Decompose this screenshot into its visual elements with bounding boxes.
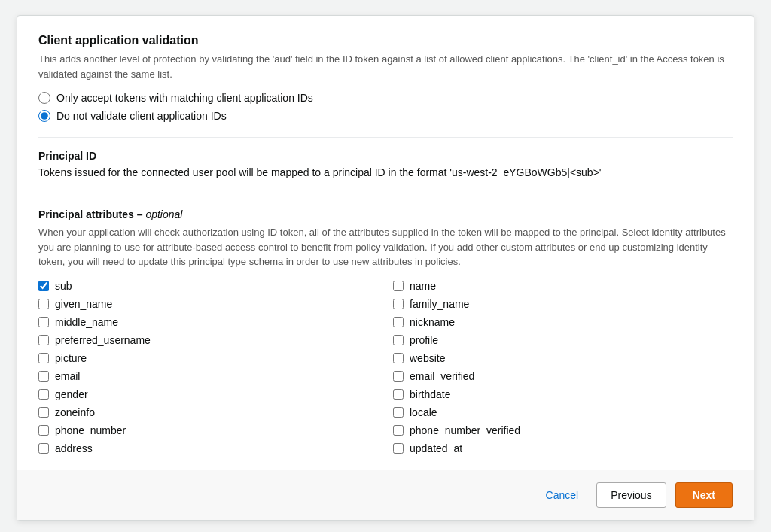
- checkbox-updated-at-input[interactable]: [393, 443, 404, 454]
- checkbox-birthdate-label: birthdate: [410, 388, 450, 400]
- checkbox-family-name-input[interactable]: [393, 299, 404, 309]
- radio-only-accept-label: Only accept tokens with matching client …: [56, 92, 313, 104]
- checkbox-gender-label: gender: [55, 388, 88, 400]
- checkbox-name[interactable]: name: [393, 280, 733, 292]
- checkbox-email-verified[interactable]: email_verified: [393, 370, 733, 382]
- checkbox-updated-at-label: updated_at: [410, 442, 462, 454]
- checkbox-sub[interactable]: sub: [38, 280, 378, 292]
- cancel-button[interactable]: Cancel: [537, 483, 588, 507]
- principal-id-label: Principal ID: [38, 150, 733, 162]
- checkbox-gender[interactable]: gender: [38, 388, 378, 400]
- checkbox-address-label: address: [55, 442, 93, 454]
- modal-footer: Cancel Previous Next: [17, 470, 754, 520]
- radio-do-not-validate-input[interactable]: [38, 110, 50, 122]
- divider-1: [38, 137, 733, 138]
- checkbox-locale[interactable]: locale: [393, 406, 733, 418]
- checkbox-email-label: email: [55, 370, 80, 382]
- checkbox-email-input[interactable]: [38, 371, 49, 382]
- principal-attrs-section: Principal attributes – optional When you…: [38, 208, 733, 454]
- checkbox-zoneinfo-input[interactable]: [38, 407, 49, 418]
- checkbox-phone-number-label: phone_number: [55, 424, 126, 436]
- checkbox-email-verified-input[interactable]: [393, 371, 404, 382]
- checkbox-preferred-username[interactable]: preferred_username: [38, 334, 378, 346]
- checkbox-zoneinfo-label: zoneinfo: [55, 406, 95, 418]
- client-app-validation-desc: This adds another level of protection by…: [38, 52, 733, 81]
- checkbox-email[interactable]: email: [38, 370, 378, 382]
- checkbox-given-name[interactable]: given_name: [38, 298, 378, 310]
- checkbox-birthdate[interactable]: birthdate: [393, 388, 733, 400]
- checkbox-email-verified-label: email_verified: [410, 370, 474, 382]
- modal-body: Client application validation This adds …: [17, 16, 754, 470]
- checkbox-address[interactable]: address: [38, 442, 378, 454]
- checkbox-address-input[interactable]: [38, 443, 49, 454]
- checkbox-middle-name[interactable]: middle_name: [38, 316, 378, 328]
- checkbox-nickname[interactable]: nickname: [393, 316, 733, 328]
- radio-group: Only accept tokens with matching client …: [38, 92, 733, 122]
- next-button[interactable]: Next: [675, 482, 733, 508]
- radio-only-accept[interactable]: Only accept tokens with matching client …: [38, 92, 733, 104]
- checkbox-updated-at[interactable]: updated_at: [393, 442, 733, 454]
- checkbox-gender-input[interactable]: [38, 389, 49, 400]
- modal-container: Client application validation This adds …: [17, 15, 754, 521]
- checkbox-profile[interactable]: profile: [393, 334, 733, 346]
- checkbox-given-name-input[interactable]: [38, 299, 49, 309]
- checkboxes-grid: sub given_name middle_name preferred_use…: [38, 280, 733, 454]
- checkbox-profile-label: profile: [410, 334, 438, 346]
- checkbox-sub-input[interactable]: [38, 281, 49, 291]
- divider-2: [38, 196, 733, 196]
- checkbox-phone-number-verified-input[interactable]: [393, 425, 404, 436]
- principal-attrs-title: Principal attributes – optional: [38, 208, 733, 220]
- checkboxes-col1: sub given_name middle_name preferred_use…: [38, 280, 378, 454]
- principal-id-value: Tokens issued for the connected user poo…: [38, 165, 733, 181]
- radio-do-not-validate-label: Do not validate client application IDs: [56, 110, 227, 122]
- client-app-validation-section: Client application validation This adds …: [38, 34, 733, 122]
- checkbox-preferred-username-input[interactable]: [38, 335, 49, 345]
- principal-attrs-desc: When your application will check authori…: [38, 225, 733, 269]
- checkbox-name-label: name: [410, 280, 436, 292]
- checkbox-given-name-label: given_name: [55, 298, 112, 310]
- checkbox-locale-input[interactable]: [393, 407, 404, 418]
- checkbox-zoneinfo[interactable]: zoneinfo: [38, 406, 378, 418]
- checkbox-family-name[interactable]: family_name: [393, 298, 733, 310]
- checkbox-preferred-username-label: preferred_username: [55, 334, 151, 346]
- checkbox-nickname-label: nickname: [410, 316, 455, 328]
- checkbox-picture-label: picture: [55, 352, 87, 364]
- radio-do-not-validate[interactable]: Do not validate client application IDs: [38, 110, 733, 122]
- client-app-validation-title: Client application validation: [38, 34, 733, 47]
- checkbox-picture[interactable]: picture: [38, 352, 378, 364]
- checkbox-family-name-label: family_name: [410, 298, 469, 310]
- checkbox-nickname-input[interactable]: [393, 317, 404, 327]
- checkboxes-col2: name family_name nickname profile: [393, 280, 733, 454]
- checkbox-sub-label: sub: [55, 280, 72, 292]
- checkbox-middle-name-input[interactable]: [38, 317, 49, 327]
- principal-id-section: Principal ID Tokens issued for the conne…: [38, 150, 733, 181]
- checkbox-name-input[interactable]: [393, 281, 404, 291]
- checkbox-phone-number-verified-label: phone_number_verified: [410, 424, 520, 436]
- radio-only-accept-input[interactable]: [38, 92, 50, 104]
- checkbox-profile-input[interactable]: [393, 335, 404, 345]
- checkbox-phone-number[interactable]: phone_number: [38, 424, 378, 436]
- checkbox-birthdate-input[interactable]: [393, 389, 404, 400]
- previous-button[interactable]: Previous: [596, 482, 666, 508]
- checkbox-phone-number-input[interactable]: [38, 425, 49, 436]
- checkbox-website-input[interactable]: [393, 353, 404, 363]
- checkbox-middle-name-label: middle_name: [55, 316, 118, 328]
- checkbox-website-label: website: [410, 352, 445, 364]
- checkbox-website[interactable]: website: [393, 352, 733, 364]
- checkbox-picture-input[interactable]: [38, 353, 49, 363]
- checkbox-phone-number-verified[interactable]: phone_number_verified: [393, 424, 733, 436]
- checkbox-locale-label: locale: [410, 406, 437, 418]
